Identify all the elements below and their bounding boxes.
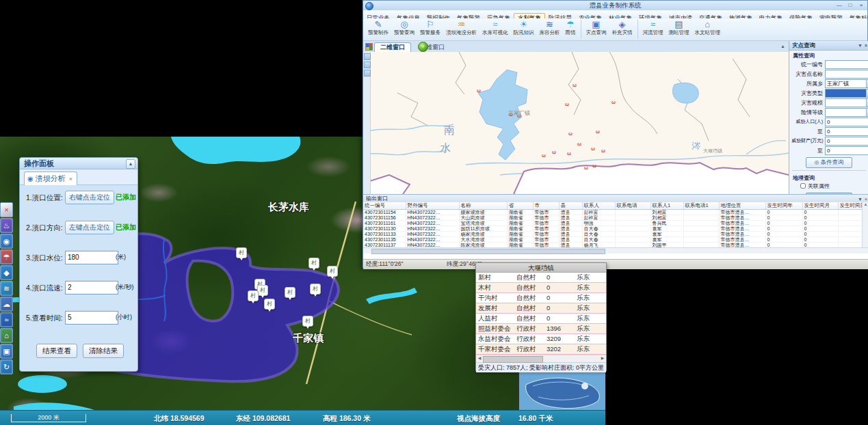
column-header[interactable]: 野外编号 [406, 202, 459, 210]
village-table[interactable]: 新村自然村0乐东木村自然村0乐东干沟村自然村0乐东发展村自然村0乐东人益村自然村… [476, 273, 606, 355]
collapse-button[interactable]: ▲ [126, 159, 135, 169]
toolbar-button-4[interactable]: ♒溃坝淹没分析 [443, 18, 479, 36]
rain-cloud-tool[interactable]: ☁ [0, 297, 13, 312]
disaster-marker[interactable]: ω [611, 100, 616, 105]
pin-icon[interactable]: ▼ [858, 43, 863, 48]
assoc-attr-checkbox[interactable] [800, 183, 806, 189]
scrollbar-thumb[interactable] [483, 356, 543, 363]
list-item[interactable]: 千家村委会行政村3202乐东 [476, 344, 606, 355]
close-button[interactable]: × [856, 1, 866, 9]
tab-close-icon[interactable]: × [69, 176, 73, 182]
toolbar-button-1[interactable]: ✎预警制作 [365, 18, 391, 36]
village-pin[interactable]: 村 [236, 247, 247, 258]
layer-tool-icon[interactable] [364, 53, 371, 60]
disaster-marker[interactable]: ω [477, 88, 481, 93]
river-tool[interactable]: ≈ [0, 312, 13, 327]
value-input[interactable]: 5 [65, 311, 118, 325]
disaster-table[interactable]: 统一编号野外编号名称省市县联系人联系电话联系人1联系电话1地理位置发生时间年发生… [363, 202, 863, 247]
toolbar-button-2[interactable]: ◎预警查询 [391, 18, 417, 36]
disaster-marker[interactable]: ω [517, 113, 521, 118]
population-input[interactable]: 0 [825, 118, 868, 126]
value-input[interactable]: 2 [65, 281, 118, 294]
vertical-scrollbar[interactable]: ▲ [862, 202, 868, 247]
column-header[interactable]: 发生时间日 [838, 202, 863, 210]
disaster-marker[interactable]: ω [568, 131, 573, 136]
table-row[interactable]: 430723011154HN43072322…腰家坡滑坡湖南省常德市澧县彭祥富刘… [363, 210, 863, 215]
column-header[interactable]: 发生时间年 [765, 202, 802, 210]
horizontal-scrollbar[interactable] [363, 247, 868, 253]
add-view-button[interactable]: + [418, 42, 428, 52]
asset-to-input[interactable]: 0 [825, 146, 868, 155]
pan-tool-icon[interactable] [364, 70, 371, 77]
flood-sim-tool[interactable]: ♨ [0, 218, 13, 233]
level-select[interactable]: ▼ [825, 108, 868, 117]
locate-button[interactable]: 左键点击定位 [65, 221, 114, 234]
list-item[interactable]: 永益村委会行政村3209乐东 [476, 334, 606, 344]
zoom-tool-icon[interactable] [364, 61, 371, 68]
waterdrop-tool[interactable]: ◆ [0, 265, 13, 280]
toolbar-button-9[interactable]: ▣灾点查询 [583, 18, 609, 36]
pin-icon[interactable]: ▼ [858, 197, 863, 202]
column-header[interactable]: 地理位置 [719, 202, 765, 210]
disaster-marker[interactable]: ω [542, 153, 546, 158]
village-pin[interactable]: 村 [308, 258, 319, 269]
column-header[interactable]: 联系人 [582, 202, 615, 210]
table-row[interactable]: 430723011135HN43072322…大水湾滑坡湖南省常德市澧县肖大春袁… [363, 237, 863, 243]
column-header[interactable]: 统一编号 [363, 202, 406, 210]
clear-result-button[interactable]: 清除结果 [83, 344, 124, 358]
list-item[interactable]: 干沟村自然村0乐东 [476, 293, 606, 303]
type-select[interactable]: ▼ [825, 89, 868, 98]
toolbar-button-5[interactable]: ≈水库可视化 [479, 18, 511, 36]
toolbar-button-12[interactable]: ▤测站管理 [666, 18, 692, 36]
toolbar-button-11[interactable]: ≈河流管理 [640, 18, 666, 36]
disaster-marker[interactable]: ω [592, 163, 596, 168]
disaster-marker[interactable]: ω [565, 102, 569, 107]
column-header[interactable]: 省 [507, 202, 533, 210]
table-row[interactable]: 430723011161HN43072322…宝塔湾滑坡湖南省常德市澧县明强鲁兴… [363, 221, 863, 226]
population-to-input[interactable]: 0 [825, 127, 868, 136]
table-row[interactable]: 430723011133HN43072322…杨家湾滑坡湖南省常德市澧县肖大春袁… [363, 232, 863, 237]
home-tool[interactable]: ⌂ [0, 328, 13, 343]
value-input[interactable]: 180 [65, 251, 118, 264]
name-input[interactable] [825, 70, 868, 79]
disaster-marker[interactable]: ω [567, 151, 571, 156]
table-row[interactable]: 430723011130HN43072322…国防11所滑坡湖南省常德市澧县肖大… [363, 226, 863, 232]
waves-tool[interactable]: ≋ [0, 281, 13, 296]
window-titlebar[interactable]: 澧县业务制作系统 — □ × [363, 1, 867, 11]
condition-search-button[interactable]: ◎条件查询 [806, 157, 852, 168]
uid-input[interactable] [825, 60, 868, 69]
toolbar-button-7[interactable]: ≋库容分析 [537, 18, 563, 36]
list-item[interactable]: 新村自然村0乐东 [476, 273, 606, 283]
disaster-marker[interactable]: ω [584, 165, 588, 170]
column-header[interactable]: 县 [559, 202, 582, 210]
town-select[interactable]: 王家厂镇▼ [825, 79, 868, 88]
map-2d[interactable]: 王家厂镇 南 水 涔 大堰垱镇 ωωωωωωωωωωωωωωωω [363, 52, 789, 194]
toolbar-button-6[interactable]: ☀防汛知识 [511, 18, 537, 36]
scale-select[interactable]: ▼ [825, 98, 868, 107]
minimize-button[interactable]: — [834, 1, 844, 9]
village-pin[interactable]: 村 [327, 266, 338, 277]
village-pin[interactable]: 村 [264, 299, 275, 310]
collapse-strip-icon[interactable]: ▲ [780, 44, 785, 49]
asset-input[interactable]: 0 [825, 137, 868, 146]
column-header[interactable]: 联系电话1 [683, 202, 719, 210]
table-row[interactable]: 430723011137HN43072322…陈家湾滑坡湖南省常德市澧县杨月飞刘… [363, 243, 863, 248]
maximize-button[interactable]: □ [845, 1, 855, 9]
view-result-button[interactable]: 结果查看 [36, 344, 77, 358]
list-item[interactable]: 木村自然村0乐东 [476, 283, 606, 293]
contact-tool[interactable]: ▣ [0, 344, 13, 359]
toolbar-button-10[interactable]: ◈补充灾情 [609, 18, 635, 36]
disaster-marker[interactable]: ω [591, 146, 595, 151]
scrollbar-thumb[interactable] [371, 249, 605, 254]
village-pin[interactable]: 村 [285, 287, 295, 298]
scroll-right-icon[interactable]: ▶ [599, 355, 606, 361]
rotate-tool[interactable]: ↻ [0, 359, 13, 374]
list-item[interactable]: 照益村委会行政村1396乐东 [476, 324, 606, 334]
panel-close-icon[interactable]: × [865, 197, 867, 202]
panel-close-icon[interactable]: × [865, 43, 867, 48]
disaster-marker[interactable]: ω [596, 129, 600, 134]
column-header[interactable]: 名称 [459, 202, 507, 210]
table-row[interactable]: 430723011156HN43072322…大山岗滑坡湖南省常德市澧县彭祥富刘… [363, 215, 863, 221]
disaster-point-tool[interactable]: ☂ [0, 249, 13, 264]
toolbar-button-13[interactable]: ⌂水文站管理 [692, 18, 724, 36]
